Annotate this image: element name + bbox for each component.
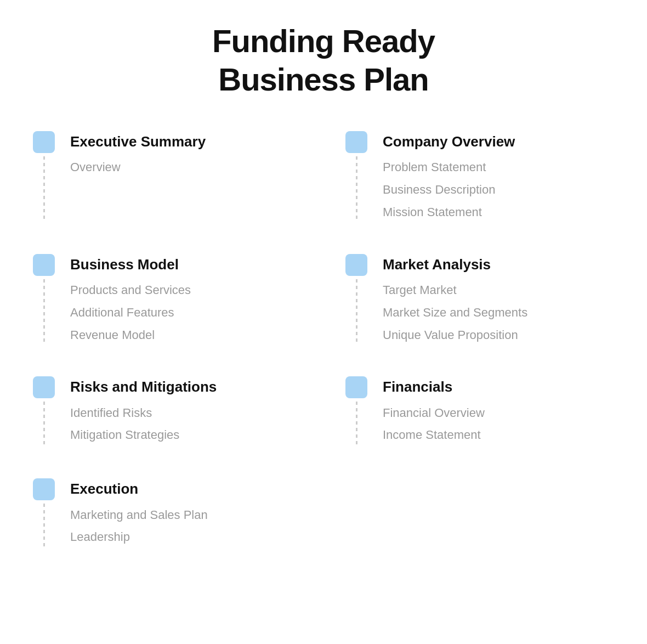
section-indicator bbox=[345, 376, 367, 445]
section-dot bbox=[345, 254, 367, 276]
sections-grid: Executive SummaryOverviewCompany Overvie… bbox=[33, 131, 614, 580]
section-line bbox=[356, 156, 357, 221]
section-item[interactable]: Mitigation Strategies bbox=[70, 427, 302, 444]
section-line bbox=[43, 402, 45, 445]
section-item[interactable]: Marketing and Sales Plan bbox=[70, 507, 302, 524]
section-item[interactable]: Products and Services bbox=[70, 282, 302, 299]
section-item[interactable]: Unique Value Proposition bbox=[383, 327, 614, 344]
section-dot bbox=[33, 131, 55, 153]
section-line bbox=[356, 402, 357, 445]
section-item[interactable]: Problem Statement bbox=[383, 159, 614, 176]
section-item[interactable]: Target Market bbox=[383, 282, 614, 299]
page-title: Funding Ready Business Plan bbox=[33, 22, 614, 98]
section-dot bbox=[345, 131, 367, 153]
section-title-risks-and-mitigations: Risks and Mitigations bbox=[70, 379, 302, 396]
section-dot bbox=[33, 478, 55, 500]
section-execution: ExecutionMarketing and Sales PlanLeaders… bbox=[33, 478, 302, 547]
section-title-company-overview: Company Overview bbox=[383, 133, 614, 150]
section-line bbox=[356, 279, 357, 344]
section-item[interactable]: Business Description bbox=[383, 182, 614, 199]
section-executive-summary: Executive SummaryOverview bbox=[33, 131, 302, 221]
section-indicator bbox=[345, 131, 367, 221]
section-risks-and-mitigations: Risks and MitigationsIdentified RisksMit… bbox=[33, 376, 302, 445]
section-financials: FinancialsFinancial OverviewIncome State… bbox=[345, 376, 614, 445]
section-item[interactable]: Additional Features bbox=[70, 304, 302, 321]
section-item[interactable]: Leadership bbox=[70, 529, 302, 546]
section-dot bbox=[33, 376, 55, 398]
section-indicator bbox=[33, 254, 55, 344]
section-indicator bbox=[33, 478, 55, 547]
section-business-model: Business ModelProducts and ServicesAddit… bbox=[33, 254, 302, 344]
section-title-execution: Execution bbox=[70, 481, 302, 498]
section-dot bbox=[345, 376, 367, 398]
section-item[interactable]: Overview bbox=[70, 159, 302, 176]
section-item[interactable]: Income Statement bbox=[383, 427, 614, 444]
section-item[interactable]: Identified Risks bbox=[70, 405, 302, 422]
section-indicator bbox=[33, 376, 55, 445]
section-line bbox=[43, 504, 45, 547]
section-line bbox=[43, 156, 45, 221]
section-item[interactable]: Market Size and Segments bbox=[383, 304, 614, 321]
section-market-analysis: Market AnalysisTarget MarketMarket Size … bbox=[345, 254, 614, 344]
section-title-business-model: Business Model bbox=[70, 256, 302, 273]
section-title-market-analysis: Market Analysis bbox=[383, 256, 614, 273]
section-company-overview: Company OverviewProblem StatementBusines… bbox=[345, 131, 614, 221]
section-item[interactable]: Mission Statement bbox=[383, 204, 614, 221]
section-indicator bbox=[33, 131, 55, 221]
section-title-executive-summary: Executive Summary bbox=[70, 133, 302, 150]
section-indicator bbox=[345, 254, 367, 344]
section-title-financials: Financials bbox=[383, 379, 614, 396]
section-line bbox=[43, 279, 45, 344]
section-item[interactable]: Revenue Model bbox=[70, 327, 302, 344]
section-item[interactable]: Financial Overview bbox=[383, 405, 614, 422]
section-dot bbox=[33, 254, 55, 276]
